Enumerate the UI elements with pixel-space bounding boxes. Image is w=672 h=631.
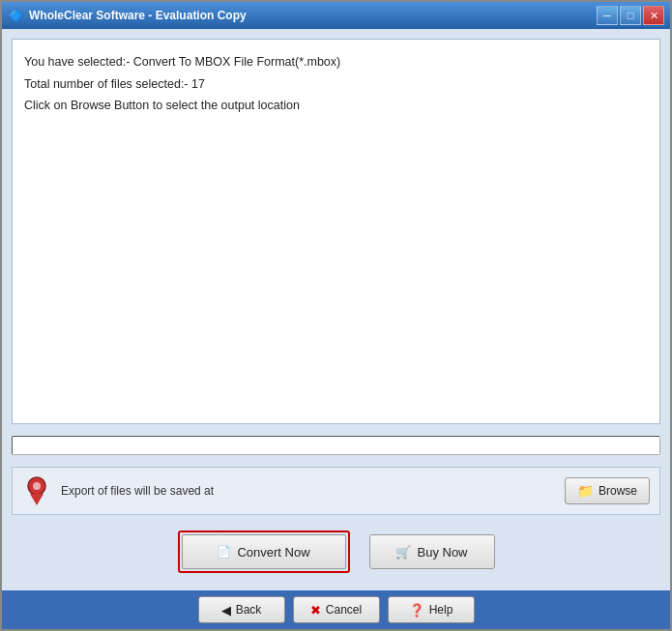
help-button[interactable]: ❓ Help bbox=[388, 596, 475, 623]
info-line-1: You have selected:- Convert To MBOX File… bbox=[24, 51, 648, 73]
maximize-button[interactable]: □ bbox=[620, 6, 641, 25]
browse-button[interactable]: 📁 Browse bbox=[565, 477, 650, 504]
convert-label: Convert Now bbox=[237, 545, 309, 559]
convert-button[interactable]: 📄 Convert Now bbox=[182, 534, 346, 569]
close-button[interactable]: ✕ bbox=[643, 6, 664, 25]
back-icon: ◀ bbox=[221, 603, 231, 617]
buy-label: Buy Now bbox=[417, 545, 467, 559]
output-row: Export of files will be saved at 📁 Brows… bbox=[12, 467, 660, 515]
output-label: Export of files will be saved at bbox=[61, 484, 555, 498]
window-title: WholeClear Software - Evaluation Copy bbox=[29, 9, 597, 22]
cart-icon: 🛒 bbox=[395, 545, 411, 559]
window-body: You have selected:- Convert To MBOX File… bbox=[2, 29, 670, 590]
buy-button[interactable]: 🛒 Buy Now bbox=[369, 534, 495, 569]
cancel-button[interactable]: ✖ Cancel bbox=[293, 596, 380, 623]
info-line-3: Click on Browse Button to select the out… bbox=[24, 95, 648, 117]
action-row: 📄 Convert Now 🛒 Buy Now bbox=[12, 523, 660, 581]
title-bar: 🔷 WholeClear Software - Evaluation Copy … bbox=[2, 2, 670, 29]
help-icon: ❓ bbox=[409, 603, 424, 617]
folder-icon: 📁 bbox=[577, 483, 594, 499]
svg-point-1 bbox=[33, 482, 41, 490]
main-window: 🔷 WholeClear Software - Evaluation Copy … bbox=[0, 0, 672, 631]
back-label: Back bbox=[236, 603, 262, 617]
info-panel: You have selected:- Convert To MBOX File… bbox=[12, 39, 660, 424]
minimize-button[interactable]: ─ bbox=[597, 6, 618, 25]
browse-label: Browse bbox=[599, 484, 637, 498]
bottom-bar: ◀ Back ✖ Cancel ❓ Help bbox=[2, 590, 670, 629]
progress-bar bbox=[12, 436, 660, 455]
location-icon bbox=[22, 476, 51, 505]
window-controls: ─ □ ✕ bbox=[597, 6, 664, 25]
cancel-label: Cancel bbox=[326, 603, 362, 617]
cancel-icon: ✖ bbox=[310, 603, 321, 617]
back-button[interactable]: ◀ Back bbox=[198, 596, 285, 623]
svg-marker-2 bbox=[30, 494, 44, 505]
help-label: Help bbox=[429, 603, 453, 617]
window-icon: 🔷 bbox=[8, 8, 23, 23]
convert-icon: 📄 bbox=[217, 545, 231, 559]
convert-button-wrapper: 📄 Convert Now bbox=[178, 531, 350, 573]
info-line-2: Total number of files selected:- 17 bbox=[24, 73, 648, 96]
